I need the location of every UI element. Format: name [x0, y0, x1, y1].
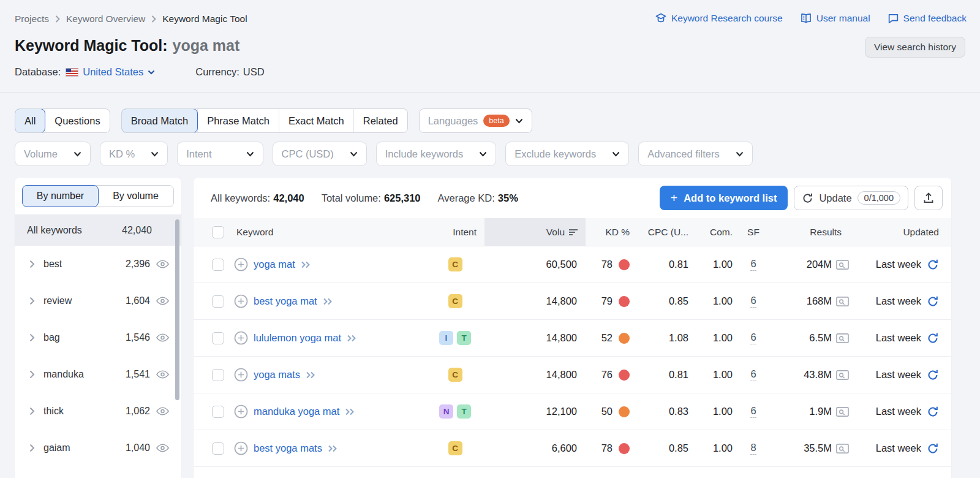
include-keywords-filter[interactable]: Include keywords: [376, 142, 496, 166]
refresh-metrics-icon[interactable]: [927, 295, 939, 308]
row-checkbox[interactable]: [212, 295, 224, 308]
advanced-filters[interactable]: Advanced filters: [638, 142, 752, 166]
kd-filter[interactable]: KD %: [100, 142, 168, 166]
column-com[interactable]: Com.: [693, 218, 733, 246]
kd-dot: [619, 259, 630, 270]
chevron-right-icon[interactable]: [29, 444, 35, 452]
tab-related[interactable]: Related: [353, 109, 407, 132]
refresh-metrics-icon[interactable]: [927, 369, 939, 381]
breadcrumb-keyword-overview[interactable]: Keyword Overview: [66, 13, 145, 25]
sidebar-group-best[interactable]: best 2,396: [15, 246, 181, 283]
select-all-checkbox[interactable]: [212, 226, 224, 238]
chevron-right-icon[interactable]: [29, 370, 35, 379]
update-button[interactable]: Update 0/1,000: [794, 186, 908, 210]
add-keyword-plus-icon[interactable]: [234, 368, 248, 382]
sf-value[interactable]: 6: [750, 295, 756, 308]
eye-icon[interactable]: [156, 407, 169, 415]
database-selector[interactable]: United States: [66, 66, 155, 78]
chevron-down-icon: [148, 70, 155, 75]
tab-broad-match[interactable]: Broad Match: [121, 108, 198, 133]
exclude-keywords-filter[interactable]: Exclude keywords: [505, 142, 629, 166]
tab-by-volume[interactable]: By volume: [98, 186, 173, 207]
column-intent[interactable]: Intent: [426, 218, 477, 246]
add-keyword-plus-icon[interactable]: [234, 257, 248, 271]
keyword-link[interactable]: best yoga mat: [254, 295, 317, 307]
column-updated[interactable]: Updated: [847, 218, 939, 246]
add-keyword-plus-icon[interactable]: [234, 404, 248, 419]
add-to-keyword-list-button[interactable]: +Add to keyword list: [660, 186, 788, 210]
refresh-metrics-icon[interactable]: [927, 259, 939, 271]
cpc-filter[interactable]: CPC (USD): [273, 142, 367, 166]
chevron-right-icon[interactable]: [29, 297, 35, 305]
keyword-research-course-link[interactable]: Keyword Research course: [655, 12, 783, 25]
cpc-value: 0.81: [642, 246, 688, 283]
column-results[interactable]: Results: [772, 218, 842, 246]
sf-value[interactable]: 6: [750, 405, 756, 418]
expand-keyword-double-chevron-icon[interactable]: [328, 444, 338, 453]
send-feedback-link[interactable]: Send feedback: [888, 13, 967, 25]
sidebar-group-bag[interactable]: bag 1,546: [15, 319, 181, 356]
tab-questions[interactable]: Questions: [45, 109, 109, 132]
sf-value[interactable]: 6: [750, 368, 756, 381]
user-manual-link[interactable]: User manual: [800, 12, 870, 25]
expand-keyword-double-chevron-icon[interactable]: [345, 408, 355, 416]
expand-keyword-double-chevron-icon[interactable]: [323, 297, 333, 306]
chevron-right-icon[interactable]: [29, 407, 35, 415]
keyword-link[interactable]: manduka yoga mat: [254, 406, 339, 417]
eye-icon[interactable]: [156, 370, 169, 379]
tab-exact-match[interactable]: Exact Match: [279, 109, 353, 132]
sidebar-group-gaiam[interactable]: gaiam 1,040: [15, 430, 181, 466]
column-volume[interactable]: Volu: [484, 218, 586, 246]
sf-value[interactable]: 8: [750, 442, 756, 455]
tab-by-number[interactable]: By number: [22, 185, 99, 207]
add-keyword-plus-icon[interactable]: [234, 441, 248, 455]
keyword-link[interactable]: best yoga mats: [254, 442, 322, 454]
intent-badge: I: [439, 331, 453, 345]
keyword-link[interactable]: yoga mat: [254, 259, 295, 270]
sidebar-all-keywords-row[interactable]: All keywords 42,040: [15, 215, 181, 246]
eye-icon[interactable]: [156, 260, 169, 268]
column-cpc[interactable]: CPC (U...: [642, 218, 688, 246]
keyword-link[interactable]: yoga mats: [254, 369, 300, 381]
intent-filter[interactable]: Intent: [177, 142, 263, 166]
filter-label: KD %: [109, 148, 135, 160]
kd-cell: 78: [586, 430, 630, 466]
expand-keyword-double-chevron-icon[interactable]: [306, 371, 316, 379]
row-checkbox[interactable]: [212, 442, 224, 455]
com-value: 1.00: [693, 320, 733, 356]
add-keyword-plus-icon[interactable]: [234, 331, 248, 345]
row-checkbox[interactable]: [212, 332, 224, 344]
refresh-metrics-icon[interactable]: [927, 442, 939, 455]
row-checkbox[interactable]: [212, 406, 224, 418]
column-sf[interactable]: SF: [741, 218, 766, 246]
sf-value[interactable]: 6: [750, 258, 756, 271]
column-keyword[interactable]: Keyword: [236, 218, 273, 246]
languages-dropdown[interactable]: Languages beta: [419, 108, 532, 133]
volume-filter[interactable]: Volume: [15, 142, 91, 166]
refresh-metrics-icon[interactable]: [927, 406, 939, 418]
sf-value[interactable]: 6: [750, 332, 756, 344]
view-search-history-button[interactable]: View search history: [865, 37, 965, 58]
eye-icon[interactable]: [156, 297, 169, 305]
breadcrumb-projects[interactable]: Projects: [15, 13, 49, 25]
eye-icon[interactable]: [156, 444, 169, 452]
add-keyword-plus-icon[interactable]: [234, 294, 248, 308]
chevron-right-icon[interactable]: [29, 260, 35, 268]
keyword-link[interactable]: lululemon yoga mat: [254, 332, 341, 344]
expand-keyword-double-chevron-icon[interactable]: [347, 334, 357, 343]
tab-all[interactable]: All: [15, 108, 45, 133]
refresh-metrics-icon[interactable]: [927, 332, 939, 344]
row-checkbox[interactable]: [212, 259, 224, 271]
sidebar-group-review[interactable]: review 1,604: [15, 283, 181, 319]
eye-icon[interactable]: [156, 333, 169, 342]
row-checkbox[interactable]: [212, 369, 224, 381]
column-kd[interactable]: KD %: [586, 218, 630, 246]
export-button[interactable]: [914, 186, 943, 210]
sidebar-group-manduka[interactable]: manduka 1,541: [15, 356, 181, 393]
expand-keyword-double-chevron-icon[interactable]: [301, 260, 311, 269]
sidebar-group-thick[interactable]: thick 1,062: [15, 393, 181, 430]
currency-value: USD: [243, 66, 265, 77]
chevron-right-icon[interactable]: [29, 333, 35, 342]
tab-phrase-match[interactable]: Phrase Match: [197, 109, 279, 132]
sidebar-scrollbar[interactable]: [175, 219, 179, 400]
